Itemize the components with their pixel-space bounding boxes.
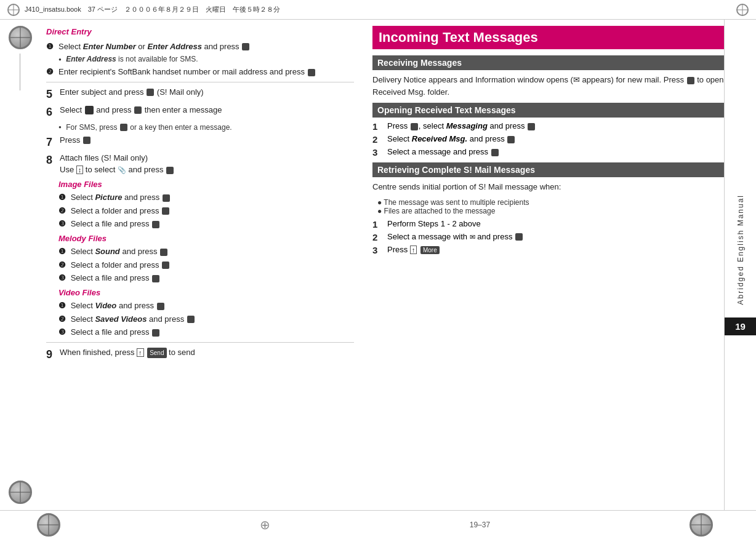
left-margin: [0, 20, 40, 510]
sidebar-label: Abridged English Manual: [736, 194, 745, 305]
step5: 5 Enter subject and press (S! Mail only): [46, 86, 354, 103]
page-container: J410_insatsu.book 37 ページ ２０００６年８月２９日 火曜日…: [0, 0, 756, 539]
bottom-left-circle: [9, 481, 32, 504]
opening-header: Opening Received Text Messages: [372, 103, 744, 118]
step6-bullet: For SMS, press or a key then enter a mes…: [46, 122, 354, 133]
image-files-steps: ❶ Select Picture and press ❷ Select a fo…: [46, 191, 354, 230]
mel-step1: ❶ Select Sound and press: [58, 246, 354, 258]
right-column: Incoming Text Messages Receiving Message…: [360, 20, 756, 510]
step1-text: Select Enter Number or Enter Address and…: [58, 41, 250, 53]
open-step1: 1 Press , select Messaging and press: [372, 121, 744, 132]
ret-step2: 2 Select a message with ✉ and press: [372, 232, 744, 242]
ret-bullet2: ● Files are attached to the message: [377, 207, 744, 215]
retrieving-bullets: ● The message was sent to multiple recip…: [372, 198, 744, 215]
ret-bullet1: ● The message was sent to multiple recip…: [377, 198, 744, 207]
main-content: Direct Entry ❶ Select Enter Number or En…: [0, 20, 756, 510]
ret-step1: 1 Perform Steps 1 - 2 above: [372, 219, 744, 230]
main-title: Incoming Text Messages: [372, 26, 744, 49]
top-left-registration: [7, 4, 20, 16]
step5-text: Enter subject and press (S! Mail only): [60, 86, 204, 98]
top-left-circle: [9, 26, 32, 49]
melody-files-steps: ❶ Select Sound and press ❷ Select a fold…: [46, 246, 354, 284]
step2-text: Enter recipient's SoftBank handset numbe…: [58, 66, 316, 78]
step8: 8 Attach files (S! Mail only)Use ↕ to se…: [46, 152, 354, 176]
video-files-title: Video Files: [46, 287, 354, 299]
direct-entry-title: Direct Entry: [46, 26, 354, 38]
step2: ❷ Enter recipient's SoftBank handset num…: [46, 66, 354, 78]
step9-num: 9: [46, 346, 57, 363]
img-step2: ❷ Select a folder and press: [58, 205, 354, 217]
vid-step3: ❸ Select a file and press: [58, 326, 354, 338]
footer-page-number: 19–37: [470, 521, 490, 529]
center-registration: ⊕: [260, 519, 270, 531]
step9-text: When finished, press ↑ Send to send: [60, 346, 195, 359]
step7-text: Press: [60, 134, 91, 146]
top-right-registration: [736, 4, 749, 16]
step6-num: 6: [46, 104, 57, 121]
top-bar: J410_insatsu.book 37 ページ ２０００６年８月２９日 火曜日…: [0, 0, 756, 20]
step5-num: 5: [46, 86, 57, 103]
step6-text: Select and press then enter a message: [60, 104, 222, 116]
receiving-body: Delivery Notice appears and Information …: [372, 74, 744, 98]
step9: 9 When finished, press ↑ Send to send: [46, 346, 354, 363]
bottom-left-circle: [37, 513, 60, 537]
melody-files-title: Melody Files: [46, 233, 354, 245]
retrieving-body: Centre sends initial portion of S! Mail …: [372, 181, 744, 193]
header-filename: J410_insatsu.book 37 ページ ２０００６年８月２９日 火曜日…: [25, 5, 280, 14]
step1: ❶ Select Enter Number or Enter Address a…: [46, 41, 354, 53]
step8-text: Attach files (S! Mail only)Use ↕ to sele…: [60, 152, 174, 176]
open-step3: 3 Select a message and press: [372, 147, 744, 158]
step2-num: ❷: [46, 66, 56, 78]
step6: 6 Select and press then enter a message: [46, 104, 354, 121]
img-step1: ❶ Select Picture and press: [58, 191, 354, 204]
left-column: Direct Entry ❶ Select Enter Number or En…: [40, 20, 360, 510]
sidebar-strip: Abridged English Manual 19: [724, 20, 756, 510]
step1-bullet: Enter Address is not available for SMS.: [46, 54, 354, 65]
bottom-right-circle: [690, 513, 713, 537]
bottom-bar: ⊕ 19–37: [0, 510, 756, 539]
image-files-title: Image Files: [46, 178, 354, 191]
step8-num: 8: [46, 152, 57, 169]
video-files-steps: ❶ Select Video and press ❷ Select Saved …: [46, 300, 354, 338]
retrieving-header: Retrieving Complete S! Mail Messages: [372, 162, 744, 177]
step1-num: ❶: [46, 41, 56, 53]
mel-step3: ❸ Select a file and press: [58, 272, 354, 284]
open-step2: 2 Select Received Msg. and press: [372, 134, 744, 145]
vid-step2: ❷ Select Saved Videos and press: [58, 313, 354, 325]
vid-step1: ❶ Select Video and press: [58, 300, 354, 312]
mel-step2: ❷ Select a folder and press: [58, 259, 354, 271]
page-number-box: 19: [725, 317, 756, 335]
step7: 7 Press: [46, 134, 354, 151]
step7-num: 7: [46, 134, 57, 151]
img-step3: ❸ Select a file and press: [58, 218, 354, 230]
receiving-header: Receiving Messages: [372, 55, 744, 70]
ret-step3: 3 Press ↑ More: [372, 245, 744, 255]
